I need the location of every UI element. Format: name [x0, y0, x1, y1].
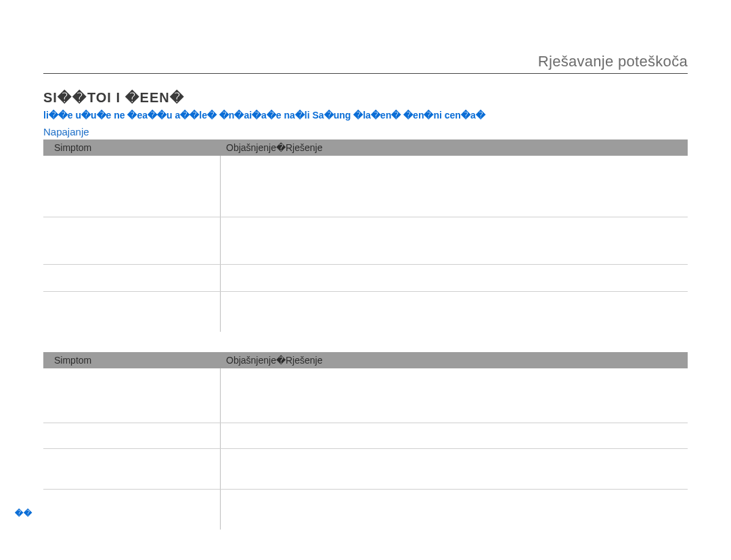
table-cell-left: [43, 217, 221, 264]
page-header-title: Rješavanje poteškoča: [538, 53, 688, 70]
table-cell-left: [43, 156, 221, 217]
table-cell-right: [221, 368, 688, 423]
troubleshooting-table-2: Simptom Objašnjenje�Rješenje: [43, 352, 688, 530]
table-row: [43, 291, 688, 332]
table-cell-left: [43, 292, 221, 332]
table-row: [43, 264, 688, 291]
table-cell-right: [221, 292, 688, 332]
table-cell-right: [221, 156, 688, 217]
table-cell-right: [221, 217, 688, 264]
header-rule: [43, 73, 688, 74]
table-cell-left: [43, 423, 221, 448]
table-header-simptom: Simptom: [43, 355, 221, 366]
table-cell-right: [221, 490, 688, 530]
table-header-rjesenje: Objašnjenje�Rješenje: [221, 355, 688, 366]
table-body: [43, 156, 688, 332]
intro-blue-text: li��e u�u�e ne �ea��u a��le� �n�ai�a�e n…: [43, 110, 688, 121]
document-page: Rješavanje poteškoča SI��TOI I �EEN� li�…: [0, 0, 731, 560]
table-cell-right: [221, 449, 688, 489]
table-cell-right: [221, 423, 688, 448]
table-row: [43, 217, 688, 264]
table-body: [43, 368, 688, 530]
table-cell-left: [43, 368, 221, 423]
troubleshooting-table-1: Simptom Objašnjenje�Rješenje: [43, 139, 688, 332]
table-row: [43, 448, 688, 489]
table-header-rjesenje: Objašnjenje�Rješenje: [221, 142, 688, 153]
table-row: [43, 489, 688, 530]
table-cell-left: [43, 490, 221, 530]
table-header-simptom: Simptom: [43, 142, 221, 153]
table-cell-left: [43, 449, 221, 489]
section-title: SI��TOI I �EEN�: [43, 89, 185, 106]
table-header-row: Simptom Objašnjenje�Rješenje: [43, 352, 688, 368]
table-row: [43, 368, 688, 423]
table-header-row: Simptom Objašnjenje�Rješenje: [43, 139, 688, 156]
page-number: ��: [15, 509, 32, 518]
table-row: [43, 156, 688, 217]
subsection-title: Napajanje: [43, 126, 89, 137]
table-cell-left: [43, 265, 221, 291]
table-row: [43, 423, 688, 448]
table-cell-right: [221, 265, 688, 291]
